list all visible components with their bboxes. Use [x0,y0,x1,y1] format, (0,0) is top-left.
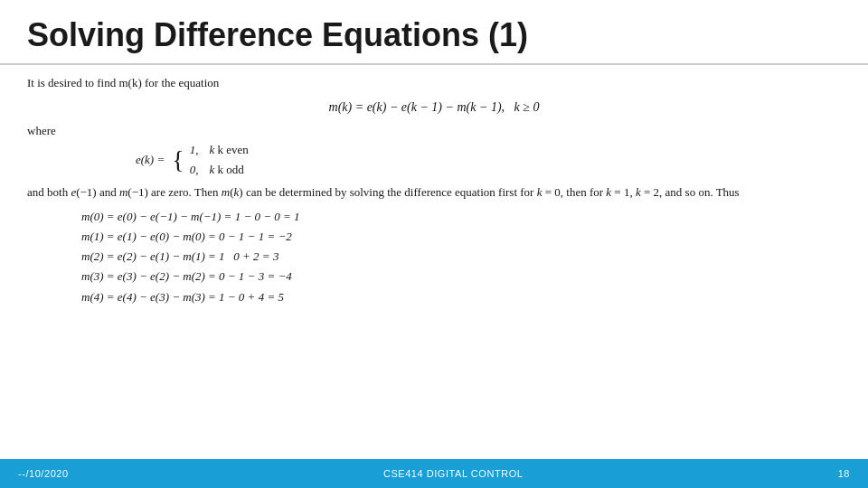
slide-title: Solving Difference Equations (1) [0,0,868,65]
description-text: and both e(−1) and m(−1) are zero. Then … [27,183,841,202]
solution-4: m(4) = e(4) − e(3) − m(3) = 1 − 0 + 4 = … [81,287,284,307]
piecewise-block: e(k) = { 1, k k even 0, k k odd [136,141,841,178]
solution-0: m(0) = e(0) − e(−1) − m(−1) = 1 − 0 − 0 … [81,207,299,227]
case2-val: 0, [190,161,199,179]
main-equation-text: m(k) = e(k) − e(k − 1) − m(k − 1), k ≥ 0 [329,100,540,114]
footer-bar: --/10/2020 CSE414 DIGITAL CONTROL 18 [0,459,868,488]
footer-page: 18 [838,468,850,479]
case1-cond: k k even [209,141,248,159]
intro-label: It is desired to find m(k) for the equat… [27,76,219,89]
main-equation: m(k) = e(k) − e(k − 1) − m(k − 1), k ≥ 0 [27,98,841,117]
solution-row-3: m(3) = e(3) − e(2) − m(2) = 0 − 1 − 3 = … [81,267,841,286]
case2-cond-k: k [209,163,214,176]
solution-row-1: m(1) = e(1) − e(0) − m(0) = 0 − 1 − 1 = … [81,227,841,247]
intro-text: It is desired to find m(k) for the equat… [27,74,841,92]
piecewise-cases: 1, k k even 0, k k odd [190,141,249,178]
piecewise-case-2: 0, k k odd [190,161,249,179]
where-label: where [27,122,841,140]
case1-cond-k: k [209,143,214,156]
piecewise-lhs: e(k) = [136,151,165,169]
case1-val: 1, [190,141,199,159]
footer-date: --/10/2020 [18,468,69,479]
slide-content: It is desired to find m(k) for the equat… [0,65,868,459]
solution-3: m(3) = e(3) − e(2) − m(2) = 0 − 1 − 3 = … [81,267,292,286]
case2-cond-text: k odd [217,163,243,176]
solution-row-0: m(0) = e(0) − e(−1) − m(−1) = 1 − 0 − 0 … [81,207,841,227]
solution-1: m(1) = e(1) − e(0) − m(0) = 0 − 1 − 1 = … [81,227,292,247]
solutions-block: m(0) = e(0) − e(−1) − m(−1) = 1 − 0 − 0 … [81,207,841,306]
piecewise-case-1: 1, k k even [190,141,249,159]
piecewise-brace: { [172,147,184,173]
footer-course: CSE414 DIGITAL CONTROL [383,468,524,479]
solution-row-2: m(2) = e(2) − e(1) − m(1) = 1 0 + 2 = 3 [81,247,841,267]
case2-cond: k k odd [209,161,243,179]
solution-row-4: m(4) = e(4) − e(3) − m(3) = 1 − 0 + 4 = … [81,287,841,307]
slide-container: Solving Difference Equations (1) It is d… [0,0,868,488]
description-content: and both e(−1) and m(−1) are zero. Then … [27,185,740,199]
case1-cond-text: k even [217,143,248,156]
solution-2: m(2) = e(2) − e(1) − m(1) = 1 0 + 2 = 3 [81,247,278,267]
